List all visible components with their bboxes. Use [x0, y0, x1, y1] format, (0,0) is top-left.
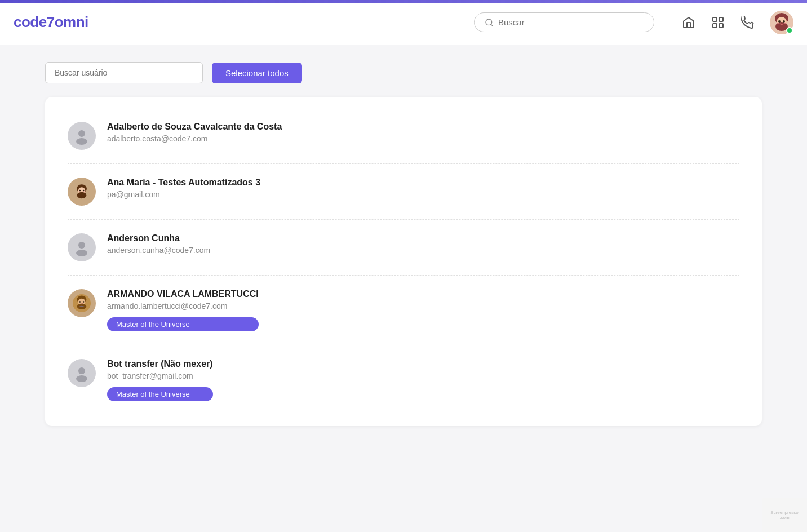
logo-prefix: code	[14, 14, 47, 30]
phone-icon[interactable]	[741, 16, 754, 29]
avatar	[68, 233, 96, 261]
user-name: Adalberto de Souza Cavalcante da Costa	[107, 122, 282, 132]
svg-point-23	[83, 191, 85, 193]
svg-point-30	[83, 301, 85, 303]
reports-icon[interactable]	[711, 16, 725, 29]
user-info: Anderson Cunha anderson.cunha@code7.com	[107, 233, 210, 255]
svg-rect-3	[719, 17, 723, 21]
global-search-input[interactable]	[498, 17, 644, 27]
table-row[interactable]: Adalberto de Souza Cavalcante da Costa a…	[68, 108, 739, 164]
svg-point-25	[76, 250, 87, 256]
user-email: adalberto.costa@code7.com	[107, 134, 282, 143]
svg-point-13	[784, 22, 786, 24]
table-row[interactable]: Anderson Cunha anderson.cunha@code7.com	[68, 220, 739, 276]
logo-suffix: omni	[55, 14, 88, 30]
table-row[interactable]: Bot transfer (Não mexer) bot_transfer@gm…	[68, 345, 739, 415]
svg-rect-4	[713, 24, 717, 28]
default-avatar-icon	[73, 238, 91, 256]
watermark: Screenpresso.com	[762, 498, 807, 532]
global-search-bar[interactable]	[474, 12, 654, 32]
svg-point-14	[78, 130, 85, 137]
avatar	[68, 289, 96, 317]
user-avatar-button[interactable]	[770, 11, 793, 34]
user-email: anderson.cunha@code7.com	[107, 246, 210, 255]
search-icon	[485, 18, 494, 27]
svg-point-22	[78, 191, 80, 193]
user-name: Anderson Cunha	[107, 233, 210, 243]
user-info: ARMANDO VILACA LAMBERTUCCI armando.lambe…	[107, 289, 259, 331]
user-email: pa@gmail.com	[107, 190, 260, 199]
topbar: code7omni	[0, 0, 807, 45]
logo-number: 7	[47, 14, 55, 30]
svg-point-33	[76, 375, 87, 382]
user-name: Ana Maria - Testes Automatizados 3	[107, 178, 260, 188]
user-name: Bot transfer (Não mexer)	[107, 359, 213, 369]
default-avatar-icon	[73, 127, 91, 145]
user-email: armando.lambertucci@code7.com	[107, 302, 259, 311]
anime-avatar-icon	[73, 294, 91, 312]
svg-point-21	[77, 192, 87, 199]
svg-point-12	[777, 22, 779, 24]
user-search-input[interactable]	[45, 62, 203, 83]
user-email: bot_transfer@gmail.com	[107, 371, 213, 380]
avatar	[68, 122, 96, 150]
main-content: Selecionar todos Adalberto de Souza Cava…	[0, 45, 807, 443]
logo: code7omni	[14, 14, 88, 31]
user-info: Bot transfer (Não mexer) bot_transfer@gm…	[107, 359, 213, 401]
svg-line-1	[491, 24, 493, 26]
user-info: Ana Maria - Testes Automatizados 3 pa@gm…	[107, 178, 260, 199]
user-name: ARMANDO VILACA LAMBERTUCCI	[107, 289, 259, 299]
svg-point-24	[78, 242, 85, 249]
user-info: Adalberto de Souza Cavalcante da Costa a…	[107, 122, 282, 143]
svg-point-32	[78, 367, 85, 374]
topbar-icons	[682, 11, 793, 34]
svg-point-15	[76, 138, 87, 145]
status-badge: Master of the Universe	[107, 317, 259, 331]
svg-rect-2	[713, 17, 717, 21]
anime-avatar-icon	[73, 183, 91, 201]
home-icon[interactable]	[682, 16, 695, 29]
status-badge: Master of the Universe	[107, 387, 213, 401]
avatar	[68, 178, 96, 206]
table-row[interactable]: ARMANDO VILACA LAMBERTUCCI armando.lambe…	[68, 276, 739, 345]
select-all-button[interactable]: Selecionar todos	[212, 63, 302, 83]
svg-point-29	[79, 301, 81, 303]
table-row[interactable]: Ana Maria - Testes Automatizados 3 pa@gm…	[68, 164, 739, 220]
svg-rect-5	[719, 24, 723, 28]
online-indicator	[786, 27, 793, 34]
toolbar-row: Selecionar todos	[45, 62, 762, 83]
avatar	[68, 359, 96, 387]
topbar-accent	[0, 0, 807, 3]
users-card: Adalberto de Souza Cavalcante da Costa a…	[45, 97, 762, 426]
default-avatar-icon	[73, 364, 91, 382]
topbar-divider	[668, 11, 668, 34]
